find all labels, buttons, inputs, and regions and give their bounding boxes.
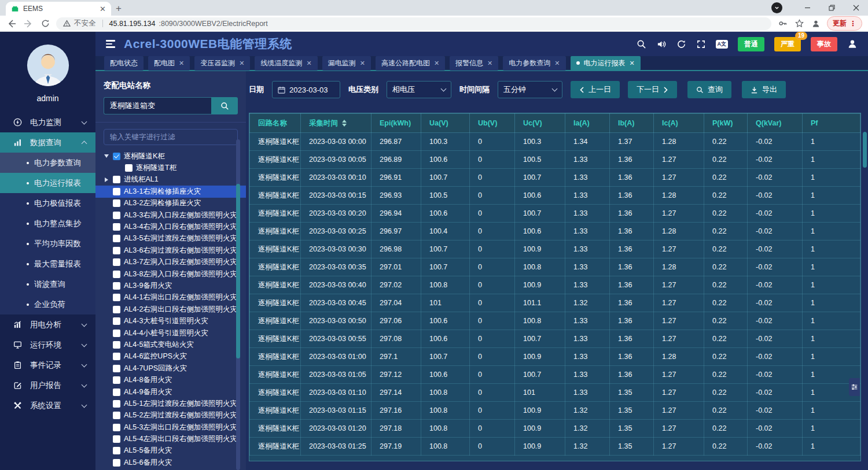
tree-node[interactable]: AL3-4右洞入口段右侧加强照明火灾 bbox=[104, 221, 238, 232]
tree-node[interactable]: AL5-5备用火灾 bbox=[104, 445, 238, 457]
tree-checkbox[interactable] bbox=[113, 388, 120, 396]
table-row[interactable]: 逐桐隧道K柜2023-03-03 01:05297.12100.60100.71… bbox=[250, 366, 860, 384]
tab[interactable]: 电力参数查询 ✕ bbox=[503, 56, 565, 71]
user-icon[interactable] bbox=[847, 39, 858, 49]
tree-checkbox[interactable] bbox=[113, 199, 120, 207]
avatar[interactable] bbox=[26, 43, 70, 87]
tree-node[interactable]: AL3-9备用火灾 bbox=[104, 280, 238, 291]
tree-checkbox[interactable] bbox=[113, 176, 120, 183]
back-icon[interactable] bbox=[6, 19, 17, 28]
tab[interactable]: 报警信息 ✕ bbox=[450, 56, 498, 71]
new-tab-button[interactable]: + bbox=[111, 2, 126, 16]
table-row[interactable]: 逐桐隧道K柜2023-03-03 01:15297.16100.80100.91… bbox=[250, 402, 860, 420]
tree-caret-icon[interactable] bbox=[104, 319, 109, 324]
browser-kebab-icon[interactable]: ⋮ bbox=[849, 20, 856, 28]
tree-checkbox[interactable] bbox=[113, 412, 120, 419]
tree-node[interactable]: AL4-8备用火灾 bbox=[104, 374, 238, 386]
tree-checkbox[interactable] bbox=[113, 294, 120, 301]
tree-node[interactable]: AL3-5右洞过渡段左侧加强照明火灾 bbox=[104, 233, 238, 245]
password-key-icon[interactable] bbox=[777, 19, 788, 28]
tab[interactable]: 配电图 ✕ bbox=[148, 56, 190, 71]
tree-caret-icon[interactable] bbox=[104, 260, 109, 265]
tree-checkbox[interactable] bbox=[113, 400, 120, 408]
tree-checkbox[interactable] bbox=[113, 376, 120, 384]
search-icon[interactable] bbox=[637, 39, 646, 49]
sidebar-item-sub-8[interactable]: 谐波查询 bbox=[0, 274, 95, 294]
table-row[interactable]: 逐桐隧道K柜2023-03-03 00:40297.02100.80100.91… bbox=[250, 276, 860, 294]
sidebar-item-sub-6[interactable]: 平均功率因数 bbox=[0, 234, 95, 254]
tree-filter-input[interactable] bbox=[104, 129, 238, 145]
tree-node[interactable]: AL4-7UPS回路火灾 bbox=[104, 362, 238, 374]
tab-close-icon[interactable]: ✕ bbox=[630, 60, 635, 66]
tree-checkbox[interactable] bbox=[113, 435, 120, 443]
tree-checkbox[interactable] bbox=[113, 235, 120, 242]
window-minimize-button[interactable] bbox=[795, 0, 819, 16]
tree-node[interactable]: AL4-4小桩号引道照明火灾 bbox=[104, 327, 238, 339]
tree-checkbox[interactable] bbox=[113, 447, 120, 454]
tree-node[interactable]: AL3-7左洞入口段左侧加强照明火灾 bbox=[104, 257, 238, 268]
tree-node[interactable]: AL4-5箱式变电站火灾 bbox=[104, 339, 238, 350]
tree-caret-icon[interactable] bbox=[104, 271, 109, 277]
tree-caret-icon[interactable] bbox=[104, 212, 109, 218]
table-row[interactable]: 逐桐隧道K柜2023-03-03 01:00297.1100.70100.91.… bbox=[250, 348, 860, 366]
tree-checkbox[interactable] bbox=[113, 459, 120, 467]
table-row[interactable]: 逐桐隧道K柜2023-03-03 00:10296.91100.70100.71… bbox=[250, 169, 860, 187]
tree-caret-icon[interactable] bbox=[104, 153, 109, 159]
alarm-badge[interactable]: 普通 bbox=[738, 37, 764, 51]
tab-close-icon[interactable]: ✕ bbox=[554, 60, 560, 66]
refresh-icon[interactable] bbox=[676, 39, 686, 49]
tree-caret-icon[interactable] bbox=[116, 165, 122, 171]
tree-caret-icon[interactable] bbox=[104, 378, 109, 383]
table-row[interactable]: 逐桐隧道K柜2023-03-03 01:20297.18100.80100.91… bbox=[250, 420, 860, 438]
table-row[interactable]: 逐桐隧道K柜2023-03-03 00:20296.94100.60100.71… bbox=[250, 205, 860, 223]
tree-node[interactable]: AL3-1右洞检修插座火灾 bbox=[95, 186, 246, 197]
sidebar-item-sub-7[interactable]: 最大需量报表 bbox=[0, 254, 95, 274]
table-row[interactable]: 逐桐隧道K柜2023-03-03 00:25296.97100.40100.61… bbox=[250, 223, 860, 240]
tree-node[interactable]: AL3-6右洞过渡段右侧加强照明火灾 bbox=[104, 245, 238, 256]
tab-close-icon[interactable]: ✕ bbox=[434, 60, 439, 66]
table-row[interactable]: 逐桐隧道K柜2023-03-03 00:15296.93100.50100.61… bbox=[250, 187, 860, 205]
tree-caret-icon[interactable] bbox=[104, 354, 109, 360]
tree-checkbox[interactable] bbox=[113, 188, 120, 195]
tree-checkbox[interactable] bbox=[113, 330, 120, 337]
tree-node[interactable]: AL4-9备用火灾 bbox=[104, 386, 238, 398]
tree-node[interactable]: AL3-8左洞入口段右侧加强照明火灾 bbox=[104, 268, 238, 280]
column-settings-button[interactable] bbox=[849, 378, 860, 396]
address-bar[interactable]: 不安全 45.81.195.134:8090/3000WEBV2/Electri… bbox=[56, 17, 771, 30]
station-search-input[interactable] bbox=[104, 97, 211, 114]
tree-node[interactable]: AL4-1右洞出口段左侧加强照明火灾 bbox=[104, 292, 238, 304]
tab[interactable]: 电力运行报表 ✕ bbox=[571, 56, 641, 71]
voltage-type-select[interactable]: 相电压 bbox=[387, 81, 451, 98]
tab-close-icon[interactable]: ✕ bbox=[239, 60, 244, 66]
tree-caret-icon[interactable] bbox=[104, 224, 109, 230]
tab-close-icon[interactable]: ✕ bbox=[179, 60, 184, 66]
browser-update-button[interactable]: 更新⋮ bbox=[827, 16, 862, 31]
next-day-button[interactable]: 下一日 bbox=[628, 81, 677, 98]
table-row[interactable]: 逐桐隧道K柜2023-03-03 00:05296.89100.60100.51… bbox=[250, 151, 860, 169]
alarm-badge[interactable]: 严重19 bbox=[774, 37, 801, 51]
tree-node[interactable]: AL5-1左洞过渡段左侧加强照明火灾 bbox=[104, 398, 238, 409]
tree-node[interactable]: AL3-3右洞入口段左侧加强照明火灾 bbox=[104, 209, 238, 221]
tree-caret-icon[interactable] bbox=[104, 448, 109, 454]
tab[interactable]: 线缆温度监测 ✕ bbox=[255, 56, 317, 71]
tree-checkbox[interactable] bbox=[113, 341, 120, 349]
fullscreen-icon[interactable] bbox=[696, 39, 706, 49]
tree-caret-icon[interactable] bbox=[104, 188, 109, 194]
tree-node[interactable]: 逐桐隧道T柜 bbox=[104, 162, 238, 173]
tree-node[interactable]: 进线柜AL1 bbox=[104, 174, 238, 186]
speaker-icon[interactable] bbox=[656, 39, 667, 49]
tree-checkbox[interactable] bbox=[113, 317, 120, 325]
sidebar-item-group-12[interactable]: 事件记录 bbox=[0, 355, 95, 375]
table-row[interactable]: 逐桐隧道K柜2023-03-03 00:30296.98100.70100.91… bbox=[250, 240, 860, 258]
tree-caret-icon[interactable] bbox=[104, 424, 109, 430]
prev-day-button[interactable]: 上一日 bbox=[571, 81, 620, 98]
sort-icon[interactable] bbox=[342, 120, 347, 127]
tab-close-icon[interactable]: ✕ bbox=[100, 5, 106, 13]
tree-caret-icon[interactable] bbox=[104, 236, 109, 242]
tree-checkbox[interactable] bbox=[113, 271, 120, 278]
tree-checkbox[interactable] bbox=[113, 282, 120, 290]
tree-checkbox[interactable] bbox=[113, 153, 120, 160]
sidebar-item-group-11[interactable]: 运行环境 bbox=[0, 335, 95, 355]
table-row[interactable]: 逐桐隧道K柜2023-03-03 00:00296.87100.30100.31… bbox=[250, 133, 860, 151]
tree-checkbox[interactable] bbox=[125, 164, 133, 172]
